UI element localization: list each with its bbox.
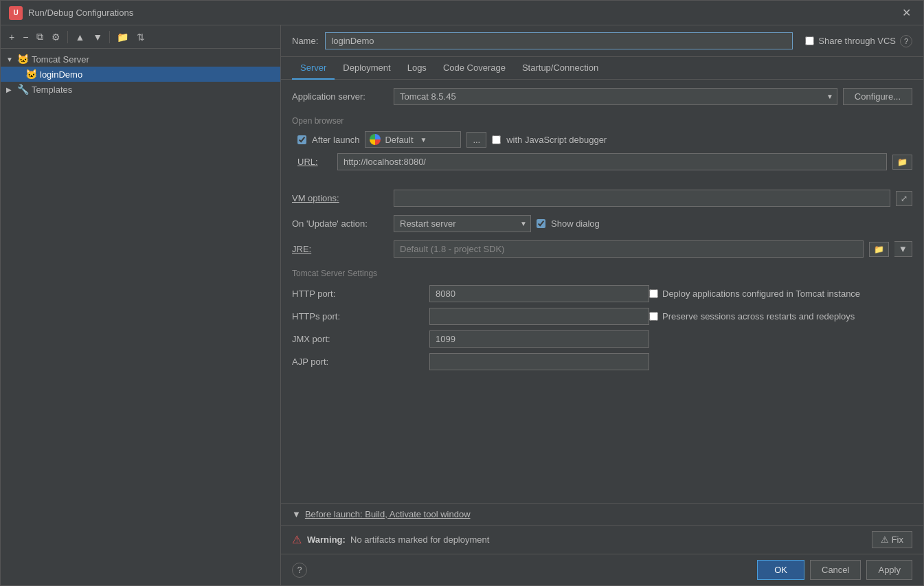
copy-button[interactable]: ⧉ [34,30,46,44]
deploy-apps-label: Deploy applications configured in Tomcat… [662,289,860,299]
vm-expand-button[interactable]: ⤢ [896,191,912,206]
restart-server-select[interactable]: Restart server [394,215,531,232]
after-launch-row: After launch Default ▼ ... with JavaScri… [292,131,912,148]
warning-icon: ⚠ [292,533,302,546]
right-panel: Name: Share through VCS ? Server Deploym… [281,25,923,585]
http-port-input[interactable] [429,285,649,302]
fix-label: Fix [892,534,903,545]
tabs: Server Deployment Logs Code Coverage Sta… [281,57,923,80]
before-launch-label: Before launch: Build, Activate tool wind… [305,509,471,519]
before-launch-section: ▼ Before launch: Build, Activate tool wi… [281,503,923,525]
sort-button[interactable]: ⇅ [134,30,148,44]
tab-logs[interactable]: Logs [399,57,435,80]
ajp-port-label: AJP port: [292,357,429,367]
app-server-select-wrapper: Tomcat 8.5.45 ▼ [394,88,837,105]
vm-options-row: VM options: ⤢ [292,190,912,207]
on-update-label: On 'Update' action: [292,218,388,229]
apply-button[interactable]: Apply [866,560,912,580]
http-port-label: HTTP port: [292,289,429,299]
preserve-sessions-row: Preserve sessions across restarts and re… [649,311,912,322]
tree-item-tomcat-server[interactable]: ▼ 🐱 Tomcat Server [1,52,280,67]
fix-button[interactable]: ⚠ Fix [872,531,912,548]
jre-dropdown-button[interactable]: ▼ [894,241,912,257]
browser-label: Default [385,135,413,145]
deploy-apps-row: Deploy applications configured in Tomcat… [649,289,912,299]
js-debugger-label: with JavaScript debugger [506,135,607,145]
title-bar: U Run/Debug Configurations ✕ [1,1,923,25]
toolbar: + − ⧉ ⚙ ▲ ▼ 📁 ⇅ [1,25,280,49]
tomcat-settings-title: Tomcat Server Settings [292,269,912,278]
tab-server[interactable]: Server [292,57,335,80]
down-button[interactable]: ▼ [90,30,105,44]
fix-icon: ⚠ [881,534,889,545]
app-server-row: Application server: Tomcat 8.5.45 ▼ Conf… [292,88,912,105]
open-browser-title: Open browser [292,116,912,126]
app-icon: U [9,6,23,20]
remove-button[interactable]: − [20,30,31,44]
cancel-button[interactable]: Cancel [810,560,861,580]
preserve-sessions-checkbox[interactable] [649,312,658,321]
run-debug-dialog: U Run/Debug Configurations ✕ + − ⧉ ⚙ ▲ ▼… [0,0,924,586]
preserve-sessions-label: Preserve sessions across restarts and re… [662,311,855,322]
add-button[interactable]: + [6,30,17,44]
deploy-apps-checkbox[interactable] [649,289,658,298]
separator-1 [67,31,68,43]
name-row: Name: Share through VCS ? [281,25,923,57]
browser-dropdown[interactable]: Default ▼ [365,131,461,148]
browser-dropdown-arrow: ▼ [420,136,427,144]
name-input[interactable] [325,32,793,49]
js-debugger-checkbox[interactable] [492,135,501,144]
tomcat-icon: 🐱 [17,54,29,65]
vcs-label: Share through VCS [818,36,896,46]
jre-wrapper [394,240,864,258]
after-launch-checkbox[interactable] [297,135,306,144]
jre-input[interactable] [394,240,864,258]
vcs-area: Share through VCS ? [805,35,912,47]
jmx-port-input[interactable] [429,330,649,348]
vm-options-input[interactable] [394,190,890,207]
browser-ellipsis-button[interactable]: ... [466,132,486,148]
warning-left: ⚠ Warning: No artifacts marked for deplo… [292,533,489,546]
before-launch-header[interactable]: ▼ Before launch: Build, Activate tool wi… [292,509,912,519]
tab-startup-connection[interactable]: Startup/Connection [514,57,607,80]
vcs-checkbox[interactable] [805,36,814,45]
warning-bar: ⚠ Warning: No artifacts marked for deplo… [281,525,923,554]
url-row: URL: 📁 [292,153,912,170]
expand-arrow-templates: ▶ [6,86,14,93]
port-grid: HTTP port: Deploy applications configure… [292,285,912,370]
tab-code-coverage[interactable]: Code Coverage [435,57,514,80]
show-dialog-checkbox[interactable] [537,219,545,228]
jre-row: JRE: 📁 ▼ [292,240,912,258]
ajp-port-input[interactable] [429,353,649,370]
app-server-select[interactable]: Tomcat 8.5.45 [394,88,837,105]
close-button[interactable]: ✕ [898,5,915,21]
login-demo-icon: 🐱 [25,69,37,80]
settings-button[interactable]: ⚙ [49,30,63,44]
https-port-input[interactable] [429,308,649,325]
browser-icon [370,134,381,145]
templates-label: Templates [32,84,72,95]
help-button[interactable]: ? [292,563,307,578]
vcs-help-button[interactable]: ? [900,35,912,47]
url-input[interactable] [337,153,887,170]
before-launch-arrow: ▼ [292,509,301,519]
show-dialog-label: Show dialog [551,218,600,229]
tomcat-server-label: Tomcat Server [32,54,89,65]
update-action-row: On 'Update' action: Restart server ▼ Sho… [292,215,912,232]
warning-bold-text: Warning: [307,534,346,545]
vm-options-label: VM options: [292,193,388,203]
ok-button[interactable]: OK [757,560,804,580]
tree-area: ▼ 🐱 Tomcat Server 🐱 loginDemo ▶ 🔧 Templa… [1,49,280,585]
configure-button[interactable]: Configure... [843,88,912,105]
login-demo-label: loginDemo [40,69,82,80]
up-button[interactable]: ▲ [72,30,87,44]
jre-folder-button[interactable]: 📁 [869,242,889,257]
open-browser-section: Open browser After launch Default ▼ ... … [292,113,912,184]
url-folder-button[interactable]: 📁 [892,155,912,170]
tree-item-templates[interactable]: ▶ 🔧 Templates [1,82,280,97]
tab-deployment[interactable]: Deployment [335,57,398,80]
folder-button[interactable]: 📁 [114,30,131,44]
warning-text: Warning: No artifacts marked for deploym… [307,534,489,545]
restart-server-wrapper: Restart server ▼ [394,215,531,232]
tree-item-login-demo[interactable]: 🐱 loginDemo [1,67,280,82]
